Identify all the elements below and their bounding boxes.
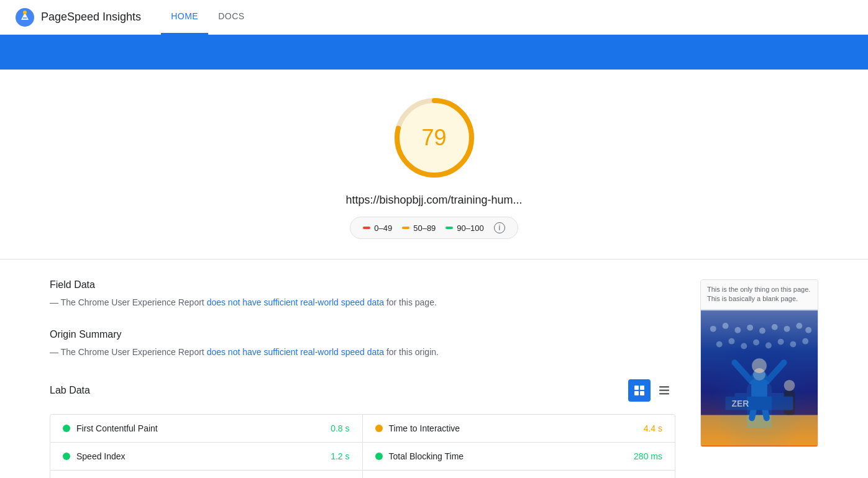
logo: PageSpeed Insights <box>15 7 141 27</box>
blue-banner <box>0 35 868 70</box>
svg-point-20 <box>784 326 790 332</box>
svg-rect-5 <box>634 386 639 390</box>
list-icon <box>659 385 670 396</box>
score-legend: 0–49 50–89 90–100 i <box>350 217 518 239</box>
svg-point-30 <box>802 338 808 344</box>
svg-rect-10 <box>659 389 669 391</box>
svg-point-18 <box>759 328 765 334</box>
svg-point-32 <box>752 358 767 373</box>
svg-rect-6 <box>640 386 644 390</box>
legend-green-label: 90–100 <box>457 223 483 233</box>
origin-desc-start: — The Chrome User Experience Report <box>50 347 207 357</box>
svg-rect-7 <box>634 391 639 395</box>
svg-point-23 <box>716 341 723 347</box>
grid-view-button[interactable] <box>628 379 651 402</box>
field-data-title: Field Data <box>50 279 675 291</box>
nav-home[interactable]: HOME <box>161 0 208 35</box>
svg-point-24 <box>729 338 735 344</box>
metric-cls: Cumulative Layout Shift i 0 <box>363 471 675 478</box>
metric-si-value: 1.2 s <box>331 451 349 461</box>
metric-fcp-indicator <box>63 425 70 432</box>
field-data-section: Field Data — The Chrome User Experience … <box>50 279 675 309</box>
metric-lcp: Largest Contentful Paint i 4.6 s <box>50 471 363 478</box>
metric-si-name: Speed Index <box>76 451 324 461</box>
screenshot-image: ZER <box>701 310 818 446</box>
legend-orange: 50–89 <box>402 223 436 233</box>
svg-point-19 <box>772 324 778 330</box>
svg-point-38 <box>784 380 795 391</box>
legend-red: 0–49 <box>363 223 392 233</box>
app-title: PageSpeed Insights <box>41 11 141 24</box>
svg-point-16 <box>734 327 741 333</box>
screenshot-crowd-svg: ZER <box>701 310 818 446</box>
svg-point-15 <box>723 323 729 329</box>
svg-rect-9 <box>659 386 669 388</box>
metric-fcp-value: 0.8 s <box>331 423 349 433</box>
svg-point-27 <box>765 342 772 348</box>
svg-point-22 <box>805 327 811 333</box>
origin-summary-title: Origin Summary <box>50 329 675 340</box>
legend-red-dot <box>363 227 370 229</box>
svg-point-25 <box>741 343 747 349</box>
metric-tbt-name: Total Blocking Time <box>389 451 628 461</box>
svg-point-17 <box>747 325 753 331</box>
origin-summary-link[interactable]: does not have sufficient real-world spee… <box>207 347 384 357</box>
legend-green-dot <box>445 227 453 229</box>
screenshot-container: This is the only thing on this page. Thi… <box>700 279 818 447</box>
metrics-grid: First Contentful Paint 0.8 s Time to Int… <box>50 414 675 478</box>
legend-info-icon[interactable]: i <box>494 222 505 233</box>
metric-tbt: Total Blocking Time 280 ms <box>363 443 675 471</box>
metric-fcp: First Contentful Paint 0.8 s <box>50 415 363 443</box>
score-circle: 79 <box>391 94 478 181</box>
metric-si-indicator <box>63 453 70 460</box>
list-view-button[interactable] <box>653 379 675 402</box>
svg-rect-8 <box>640 391 644 395</box>
legend-orange-label: 50–89 <box>413 223 436 233</box>
metric-fcp-name: First Contentful Paint <box>76 423 324 433</box>
left-panel: Field Data — The Chrome User Experience … <box>50 279 675 478</box>
legend-green: 90–100 <box>445 223 483 233</box>
field-data-desc: — The Chrome User Experience Report does… <box>50 295 675 309</box>
svg-point-1 <box>23 11 27 14</box>
nav-docs[interactable]: DOCS <box>208 0 254 35</box>
view-toggle <box>628 379 675 402</box>
svg-point-21 <box>796 323 802 329</box>
main-nav: HOME DOCS <box>161 0 254 35</box>
metric-tti-name: Time to Interactive <box>389 423 637 433</box>
lab-data-header: Lab Data <box>50 379 675 402</box>
svg-point-14 <box>710 326 716 332</box>
pagespeed-logo-icon <box>15 7 35 27</box>
legend-red-label: 0–49 <box>374 223 392 233</box>
svg-rect-12 <box>701 415 818 445</box>
main-content: Field Data — The Chrome User Experience … <box>0 259 868 478</box>
metric-tti: Time to Interactive 4.4 s <box>363 415 675 443</box>
field-data-desc-end: for this page. <box>384 297 437 307</box>
origin-desc-end: for this origin. <box>384 347 439 357</box>
metric-tbt-indicator <box>375 453 383 460</box>
score-section: 79 https://bishopbjj.com/training-hum...… <box>0 70 868 259</box>
svg-text:ZER: ZER <box>731 398 749 408</box>
svg-point-26 <box>753 339 759 345</box>
metric-si: Speed Index 1.2 s <box>50 443 363 471</box>
legend-orange-dot <box>402 227 409 229</box>
svg-rect-11 <box>659 393 669 395</box>
origin-summary-desc: — The Chrome User Experience Report does… <box>50 345 675 359</box>
lab-data-section: Lab Data <box>50 379 675 478</box>
lab-data-title: Lab Data <box>50 385 90 396</box>
metric-tbt-value: 280 ms <box>634 451 662 461</box>
svg-point-29 <box>790 341 796 347</box>
right-panel: This is the only thing on this page. Thi… <box>700 279 818 478</box>
grid-icon <box>634 385 645 396</box>
metric-tti-indicator <box>375 425 383 432</box>
origin-summary-section: Origin Summary — The Chrome User Experie… <box>50 329 675 359</box>
svg-point-28 <box>778 338 784 345</box>
header: PageSpeed Insights HOME DOCS <box>0 0 868 35</box>
screenshot-caption: This is the only thing on this page. Thi… <box>701 280 818 310</box>
score-url: https://bishopbjj.com/training-hum... <box>345 194 522 207</box>
score-value: 79 <box>421 125 446 151</box>
metric-tti-value: 4.4 s <box>644 423 662 433</box>
field-data-desc-start: — The Chrome User Experience Report <box>50 297 207 307</box>
field-data-link[interactable]: does not have sufficient real-world spee… <box>207 297 384 307</box>
